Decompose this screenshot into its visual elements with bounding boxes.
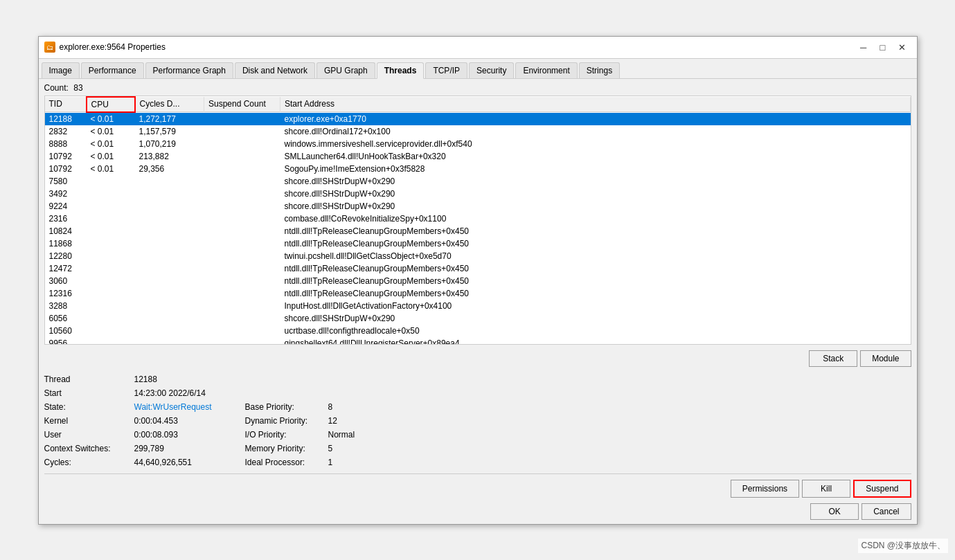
table-scroll-area[interactable]: 12188< 0.011,272,177explorer.exe+0xa1770…	[45, 113, 911, 344]
dynamic-priority-value: 12	[328, 416, 337, 426]
table-header: TID CPU Cycles D... Suspend Count Start …	[45, 97, 911, 112]
cell-cycles	[135, 337, 204, 344]
window-title: explorer.exe:9564 Properties	[60, 42, 166, 52]
cell-suspend	[204, 125, 280, 138]
ok-button[interactable]: OK	[810, 503, 859, 520]
kernel-label: Kernel	[44, 416, 134, 426]
table-row[interactable]: 2832< 0.011,157,579shcore.dll!Ordinal172…	[45, 125, 911, 138]
table-row[interactable]: 12188< 0.011,272,177explorer.exe+0xa1770	[45, 113, 911, 125]
tab-strings[interactable]: Strings	[579, 62, 620, 78]
cell-address: explorer.exe+0xa1770	[280, 113, 911, 125]
tab-disk-and-network[interactable]: Disk and Network	[235, 62, 315, 78]
cell-cpu	[87, 200, 135, 213]
table-row[interactable]: 10560ucrtbase.dll!configthreadlocale+0x5…	[45, 325, 911, 337]
cell-cpu	[87, 175, 135, 188]
table-row[interactable]: 3288InputHost.dll!DllGetActivationFactor…	[45, 300, 911, 312]
cell-address: ntdll.dll!TpReleaseCleanupGroupMembers+0…	[280, 287, 911, 300]
thread-value: 12188	[134, 374, 157, 384]
cell-tid: 9956	[45, 337, 87, 344]
start-label: Start	[44, 388, 134, 398]
cell-suspend	[204, 163, 280, 175]
table-row[interactable]: 9224shcore.dll!SHStrDupW+0x290	[45, 200, 911, 213]
tab-threads[interactable]: Threads	[377, 62, 425, 79]
thread-table-container: TID CPU Cycles D... Suspend Count Start …	[44, 96, 911, 345]
table-row[interactable]: 3060ntdll.dll!TpReleaseCleanupGroupMembe…	[45, 275, 911, 287]
cell-tid: 6056	[45, 312, 87, 325]
detail-user-row: User 0:00:08.093 I/O Priority: Normal	[44, 428, 911, 442]
permissions-button[interactable]: Permissions	[731, 480, 799, 498]
stack-button[interactable]: Stack	[809, 350, 857, 367]
detail-thread-row: Thread 12188	[44, 372, 911, 386]
col-header-cpu[interactable]: CPU	[87, 97, 135, 112]
suspend-button[interactable]: Suspend	[853, 480, 911, 498]
cell-address: shcore.dll!SHStrDupW+0x290	[280, 175, 911, 188]
tab-image[interactable]: Image	[42, 62, 80, 78]
detail-kernel-row: Kernel 0:00:04.453 Dynamic Priority: 12	[44, 414, 911, 428]
count-row: Count: 83	[44, 83, 911, 93]
col-header-suspend[interactable]: Suspend Count	[204, 97, 280, 112]
col-header-cycles[interactable]: Cycles D...	[135, 97, 204, 112]
detail-context-row: Context Switches: 299,789 Memory Priorit…	[44, 442, 911, 455]
cell-tid: 8888	[45, 138, 87, 150]
tab-performance-graph[interactable]: Performance Graph	[145, 62, 233, 78]
kernel-value: 0:00:04.453	[134, 416, 245, 426]
table-row[interactable]: 8888< 0.011,070,219windows.immersiveshel…	[45, 138, 911, 150]
cell-address: ntdll.dll!TpReleaseCleanupGroupMembers+0…	[280, 237, 911, 250]
table-row[interactable]: 11868ntdll.dll!TpReleaseCleanupGroupMemb…	[45, 237, 911, 250]
table-row[interactable]: 6056shcore.dll!SHStrDupW+0x290	[45, 312, 911, 325]
ideal-processor-label: Ideal Processor:	[245, 458, 328, 467]
table-row[interactable]: 12280twinui.pcshell.dll!DllGetClassObjec…	[45, 250, 911, 262]
detail-start-row: Start 14:23:00 2022/6/14	[44, 386, 911, 400]
table-row[interactable]: 10792< 0.01213,882SMLLauncher64.dll!UnHo…	[45, 150, 911, 163]
cell-suspend	[204, 188, 280, 200]
cell-address: ntdll.dll!TpReleaseCleanupGroupMembers+0…	[280, 225, 911, 237]
tab-gpu-graph[interactable]: GPU Graph	[316, 62, 375, 78]
table-row[interactable]: 7580shcore.dll!SHStrDupW+0x290	[45, 175, 911, 188]
table-row[interactable]: 12316ntdll.dll!TpReleaseCleanupGroupMemb…	[45, 287, 911, 300]
tab-performance[interactable]: Performance	[81, 62, 144, 78]
minimize-button[interactable]: ─	[855, 40, 873, 54]
maximize-button[interactable]: □	[874, 40, 892, 54]
cancel-button[interactable]: Cancel	[862, 503, 911, 520]
cell-tid: 2832	[45, 125, 87, 138]
table-row[interactable]: 10824ntdll.dll!TpReleaseCleanupGroupMemb…	[45, 225, 911, 237]
table-row[interactable]: 2316combase.dll!CoRevokeInitializeSpy+0x…	[45, 213, 911, 225]
table-row[interactable]: 10792< 0.0129,356SogouPy.ime!ImeExtensio…	[45, 163, 911, 175]
cell-address: shcore.dll!Ordinal172+0x100	[280, 125, 911, 138]
title-bar: 🗂 explorer.exe:9564 Properties ─ □ ✕	[39, 37, 917, 59]
cell-suspend	[204, 325, 280, 337]
user-label: User	[44, 430, 134, 440]
cell-cpu	[87, 250, 135, 262]
tab-security[interactable]: Security	[469, 62, 514, 78]
action-buttons-row: Permissions Kill Suspend	[44, 480, 911, 498]
cell-cpu	[87, 262, 135, 275]
cell-address: ntdll.dll!TpReleaseCleanupGroupMembers+0…	[280, 262, 911, 275]
cell-cycles: 1,272,177	[135, 113, 204, 125]
io-priority-value: Normal	[328, 430, 355, 440]
table-row[interactable]: 3492shcore.dll!SHStrDupW+0x290	[45, 188, 911, 200]
cell-cycles	[135, 325, 204, 337]
close-button[interactable]: ✕	[893, 40, 911, 54]
kill-button[interactable]: Kill	[802, 480, 850, 498]
detail-cycles-row: Cycles: 44,640,926,551 Ideal Processor: …	[44, 455, 911, 469]
cell-cycles: 1,157,579	[135, 125, 204, 138]
cell-suspend	[204, 275, 280, 287]
tab-tcpip[interactable]: TCP/IP	[425, 62, 467, 78]
cell-tid: 12280	[45, 250, 87, 262]
cell-address: shcore.dll!SHStrDupW+0x290	[280, 200, 911, 213]
module-button[interactable]: Module	[860, 350, 911, 367]
cell-suspend	[204, 250, 280, 262]
cell-suspend	[204, 237, 280, 250]
table-row[interactable]: 12472ntdll.dll!TpReleaseCleanupGroupMemb…	[45, 262, 911, 275]
col-header-address[interactable]: Start Address	[280, 97, 911, 112]
cell-cpu	[87, 312, 135, 325]
cell-suspend	[204, 312, 280, 325]
col-header-tid[interactable]: TID	[45, 97, 87, 112]
start-value: 14:23:00 2022/6/14	[134, 388, 206, 398]
table-row[interactable]: 9956qingshellext64.dll!DllUnregisterServ…	[45, 337, 911, 344]
cell-tid: 12472	[45, 262, 87, 275]
content-area: Count: 83 TID CPU Cycles D... Suspend Co…	[39, 79, 917, 524]
cell-suspend	[204, 213, 280, 225]
cell-suspend	[204, 287, 280, 300]
tab-environment[interactable]: Environment	[515, 62, 577, 78]
